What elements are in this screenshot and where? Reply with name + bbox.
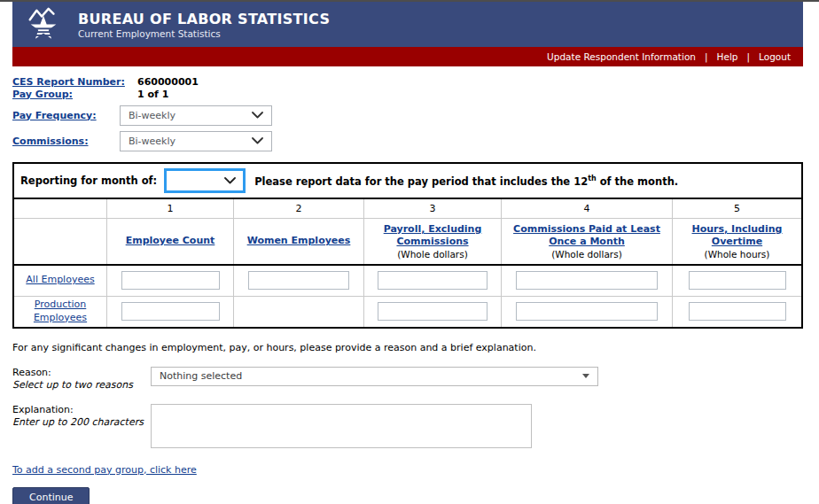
continue-button[interactable]: Continue: [12, 487, 90, 504]
production-employees-row: Production Employees: [14, 297, 801, 327]
reason-field-row: Reason: Select up to two reasons Nothing…: [12, 367, 803, 391]
pay-group-value: 1 of 1: [137, 89, 168, 100]
commissions-paid-header-link[interactable]: Commissions Paid at Least Once a Month: [505, 223, 668, 248]
all-employees-row-label-link[interactable]: All Employees: [26, 274, 94, 286]
all-employees-row: All Employees: [14, 266, 801, 297]
payroll-unit-label: (Whole dollars): [397, 249, 468, 260]
column-number-5: 5: [672, 199, 801, 218]
all-employees-employee-count-input[interactable]: [121, 271, 220, 290]
row-label-column-spacer: [14, 219, 106, 264]
production-employees-employee-count-input[interactable]: [121, 302, 220, 321]
reason-hint: Select up to two reasons: [12, 379, 151, 391]
nav-separator: |: [747, 51, 751, 62]
column-header-row: Employee Count Women Employees Payroll, …: [14, 219, 801, 266]
production-employees-hours-input[interactable]: [689, 302, 786, 321]
employee-count-header-link[interactable]: Employee Count: [126, 235, 215, 247]
header-titles: BUREAU OF LABOR STATISTICS Current Emplo…: [78, 11, 330, 39]
commissions-selected-value: Bi-weekly: [129, 136, 176, 147]
reason-selected-value: Nothing selected: [160, 370, 242, 382]
reason-multiselect[interactable]: Nothing selected: [151, 367, 598, 386]
report-data-table: Reporting for month of: Please report da…: [12, 162, 803, 329]
all-employees-payroll-input[interactable]: [378, 271, 488, 290]
ces-report-number-label[interactable]: CES Report Number:: [12, 76, 137, 88]
production-employees-row-label-link[interactable]: Production Employees: [23, 299, 98, 324]
chevron-down-icon: [252, 137, 263, 144]
app-subtitle: Current Employment Statistics: [78, 28, 330, 39]
production-employees-commissions-input[interactable]: [516, 302, 658, 321]
column-number-3: 3: [363, 199, 501, 218]
reason-label: Reason:: [12, 367, 151, 378]
bls-star-logo-icon: [23, 6, 64, 43]
help-link[interactable]: Help: [717, 51, 738, 62]
reporting-month-select[interactable]: [164, 168, 246, 193]
caret-down-icon: [582, 374, 589, 378]
column-number-row: 1 2 3 4 5: [14, 199, 801, 219]
page-container: BUREAU OF LABOR STATISTICS Current Emplo…: [12, 2, 803, 504]
women-employees-header-link[interactable]: Women Employees: [247, 235, 351, 247]
report-info-section: CES Report Number: 660000001 Pay Group: …: [12, 66, 803, 151]
column-number-4: 4: [501, 199, 672, 218]
chevron-down-icon: [224, 177, 236, 184]
column-number-2: 2: [233, 199, 363, 218]
payroll-header-link[interactable]: Payroll, Excluding Commissions: [368, 223, 497, 248]
commissions-label[interactable]: Commissions:: [12, 136, 120, 147]
hours-unit-label: (Whole hours): [705, 249, 770, 260]
significant-changes-note: For any significant changes in employmen…: [12, 342, 803, 353]
app-header: BUREAU OF LABOR STATISTICS Current Emplo…: [12, 2, 803, 47]
explanation-field-row: Explanation: Enter up to 200 characters: [12, 404, 803, 448]
update-respondent-link[interactable]: Update Respondent Information: [547, 51, 696, 62]
top-nav-bar: Update Respondent Information | Help | L…: [12, 47, 803, 66]
nav-separator: |: [705, 51, 708, 62]
chevron-down-icon: [252, 112, 263, 119]
production-employees-payroll-input[interactable]: [378, 302, 488, 321]
ces-report-number-value: 660000001: [137, 76, 199, 88]
hours-header-link[interactable]: Hours, Including Overtime: [676, 223, 798, 248]
all-employees-commissions-input[interactable]: [516, 271, 658, 290]
pay-frequency-selected-value: Bi-weekly: [129, 110, 176, 121]
all-employees-hours-input[interactable]: [689, 271, 786, 290]
explanation-hint: Enter up to 200 characters: [12, 416, 151, 428]
row-label-column-spacer: [14, 199, 106, 218]
commissions-unit-label: (Whole dollars): [551, 249, 622, 260]
all-employees-women-employees-input[interactable]: [248, 271, 349, 290]
reporting-month-label: Reporting for month of:: [20, 174, 157, 187]
column-number-1: 1: [106, 199, 233, 218]
commissions-select[interactable]: Bi-weekly: [120, 131, 272, 151]
production-employees-women-empty-cell: [233, 297, 363, 327]
pay-period-instruction: Please report data for the pay period th…: [254, 174, 678, 188]
logout-link[interactable]: Logout: [759, 51, 791, 62]
add-second-pay-group-link[interactable]: To add a second pay group, click here: [12, 464, 197, 476]
pay-frequency-label[interactable]: Pay Frequency:: [12, 110, 120, 121]
explanation-textarea[interactable]: [151, 404, 532, 448]
explanation-label: Explanation:: [12, 404, 151, 415]
pay-frequency-select[interactable]: Bi-weekly: [120, 105, 272, 126]
pay-group-label[interactable]: Pay Group:: [12, 89, 137, 100]
reporting-month-row: Reporting for month of: Please report da…: [14, 164, 801, 199]
app-title: BUREAU OF LABOR STATISTICS: [78, 11, 330, 27]
